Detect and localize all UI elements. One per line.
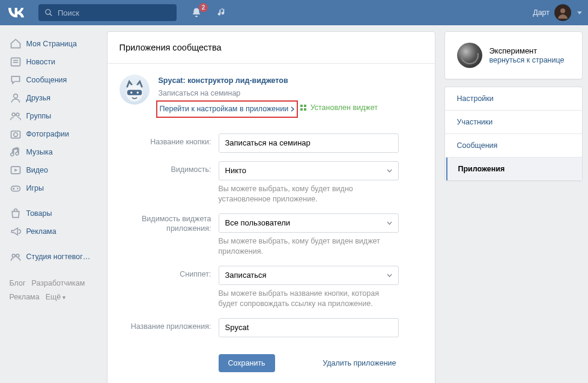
select-visibility-value: Никто xyxy=(225,166,247,175)
chevron-right-icon xyxy=(291,106,294,112)
app-install-status: Установлен виджет xyxy=(300,99,378,114)
app-name[interactable]: Spycat: конструктор лид-виджетов xyxy=(159,75,378,87)
vk-logo[interactable] xyxy=(6,6,26,19)
select-snippet[interactable]: Записаться xyxy=(219,266,399,285)
svg-point-0 xyxy=(46,10,50,14)
select-widget-visibility-value: Все пользователи xyxy=(225,218,291,227)
groups-icon xyxy=(10,110,22,122)
side-nav-item[interactable]: Сообщения xyxy=(445,133,582,157)
nav-groups[interactable]: Группы xyxy=(6,107,105,125)
nav-label: Товары xyxy=(26,209,52,218)
svg-point-9 xyxy=(16,113,19,116)
svg-point-19 xyxy=(130,91,133,94)
nav-video[interactable]: Видео xyxy=(6,161,105,179)
check-grid-icon xyxy=(300,105,307,111)
side-nav-item[interactable]: Настройки xyxy=(445,87,582,110)
side-nav-item[interactable]: Участники xyxy=(445,110,582,133)
nav-community[interactable]: Студия ногтевог… xyxy=(6,248,105,266)
nav-label: Новости xyxy=(26,58,55,66)
notifications-button[interactable]: 2 xyxy=(191,7,202,19)
community-title: Эксперимент xyxy=(489,46,565,55)
svg-point-15 xyxy=(12,254,15,257)
market-icon xyxy=(10,207,22,219)
save-button[interactable]: Сохранить xyxy=(219,354,275,372)
nav-market[interactable]: Товары xyxy=(6,204,105,222)
nav-home[interactable]: Моя Страница xyxy=(6,35,105,53)
svg-rect-18 xyxy=(127,90,142,96)
back-to-page-link[interactable]: вернуться к странице xyxy=(489,56,565,64)
nav-friends[interactable]: Друзья xyxy=(6,89,105,107)
profile-name: Дарт xyxy=(533,8,550,17)
svg-line-1 xyxy=(50,14,52,16)
nav-messages[interactable]: Сообщения xyxy=(6,71,105,89)
side-nav: НастройкиУчастникиСообщенияПриложения xyxy=(444,87,583,181)
left-nav: Моя СтраницаНовостиСообщенияДрузьяГруппы… xyxy=(6,31,105,383)
svg-point-7 xyxy=(13,94,17,98)
app-form: Название кнопки: Видимость: Никто Вы мож… xyxy=(108,121,435,383)
app-settings-link-label: Перейти к настройкам в приложении xyxy=(160,103,289,115)
label-button-name: Название кнопки: xyxy=(120,133,219,146)
hint-widget-visibility: Вы можете выбрать, кому будет виден видж… xyxy=(219,233,399,257)
app-install-label: Установлен виджет xyxy=(311,102,378,114)
svg-rect-21 xyxy=(300,105,303,107)
nav-photos[interactable]: Фотографии xyxy=(6,125,105,143)
footer-link[interactable]: Реклама xyxy=(10,290,40,304)
nav-label: Музыка xyxy=(26,148,53,156)
hint-visibility: Вы можете выбрать, кому будет видно уста… xyxy=(219,180,399,205)
label-widget-visibility: Видимость виджета приложения: xyxy=(120,213,219,234)
footer-link[interactable]: Блог xyxy=(10,277,26,290)
select-visibility[interactable]: Никто xyxy=(219,161,399,180)
community-avatar[interactable] xyxy=(457,43,482,68)
svg-point-16 xyxy=(16,254,19,257)
delete-app-link[interactable]: Удалить приложение xyxy=(323,359,398,367)
music-icon xyxy=(217,7,227,18)
svg-point-8 xyxy=(12,113,15,116)
cat-icon xyxy=(122,79,147,105)
label-visibility: Видимость: xyxy=(120,161,219,174)
input-button-name[interactable] xyxy=(219,133,399,153)
friends-icon xyxy=(10,92,22,104)
nav-label: Группы xyxy=(26,112,52,120)
profile-menu[interactable]: Дарт xyxy=(533,4,582,21)
news-icon xyxy=(10,56,22,68)
search-input[interactable] xyxy=(58,8,171,17)
messages-icon xyxy=(10,74,22,86)
svg-rect-23 xyxy=(300,108,303,111)
footer-link[interactable]: Разработчикам xyxy=(32,277,85,290)
nav-ads[interactable]: Реклама xyxy=(6,222,105,241)
app-settings-link[interactable]: Перейти к настройкам в приложении xyxy=(160,103,295,115)
games-icon xyxy=(10,182,22,194)
header-icons: 2 xyxy=(191,7,227,19)
side-nav-item[interactable]: Приложения xyxy=(445,157,582,180)
nav-news[interactable]: Новости xyxy=(6,53,105,71)
label-app-name: Название приложения: xyxy=(120,318,219,331)
nav-footer: БлогРазработчикамРекламаЕщё▾ xyxy=(6,277,105,304)
page-title: Приложения сообщества xyxy=(120,43,423,52)
music-icon xyxy=(10,146,22,158)
nav-games[interactable]: Игры xyxy=(6,179,105,197)
nav-label: Реклама xyxy=(26,227,56,236)
search-box[interactable] xyxy=(38,4,177,21)
app-block: Spycat: конструктор лид-виджетов Записат… xyxy=(108,64,435,121)
select-widget-visibility[interactable]: Все пользователи xyxy=(219,213,399,233)
footer-link[interactable]: Ещё▾ xyxy=(46,290,66,304)
nav-music[interactable]: Музыка xyxy=(6,143,105,161)
input-app-name[interactable] xyxy=(219,318,399,337)
app-avatar xyxy=(120,75,150,105)
highlight-settings-link: Перейти к настройкам в приложении xyxy=(156,100,299,118)
svg-point-3 xyxy=(560,8,565,13)
community-icon xyxy=(10,251,22,263)
nav-label: Фотографии xyxy=(26,130,69,138)
avatar xyxy=(554,4,571,21)
nav-label: Видео xyxy=(26,166,49,174)
svg-rect-24 xyxy=(304,108,306,111)
chevron-down-icon xyxy=(577,11,582,14)
hint-snippet: Вы можете выбрать название кнопки, котор… xyxy=(219,285,399,310)
music-button[interactable] xyxy=(217,7,227,18)
ads-icon xyxy=(10,225,22,237)
nav-label: Игры xyxy=(26,184,44,192)
nav-label: Студия ногтевог… xyxy=(26,253,91,261)
svg-point-14 xyxy=(17,188,19,190)
app-subtitle: Записаться на семинар xyxy=(159,87,378,100)
top-header: 2 Дарт xyxy=(0,0,588,25)
